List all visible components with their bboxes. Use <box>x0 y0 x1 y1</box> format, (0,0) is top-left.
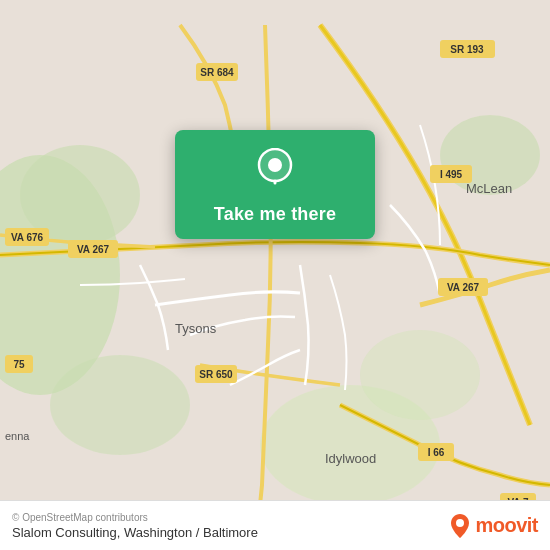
svg-text:I 495: I 495 <box>440 169 463 180</box>
svg-text:I 66: I 66 <box>428 447 445 458</box>
svg-point-33 <box>456 519 464 527</box>
svg-text:enna: enna <box>5 430 30 442</box>
moovit-logo-text: moovit <box>475 514 538 537</box>
bottom-bar: © OpenStreetMap contributors Slalom Cons… <box>0 500 550 550</box>
business-name: Slalom Consulting, Washington / Baltimor… <box>12 525 449 540</box>
svg-point-4 <box>50 355 190 455</box>
svg-text:SR 650: SR 650 <box>199 369 233 380</box>
map-attribution: © OpenStreetMap contributors <box>12 512 449 523</box>
svg-text:SR 684: SR 684 <box>200 67 234 78</box>
take-me-there-button[interactable]: Take me there <box>214 204 336 225</box>
moovit-logo: moovit <box>449 512 538 540</box>
svg-text:VA 267: VA 267 <box>77 244 110 255</box>
map-container: SR 193 I 495 SR 684 VA 676 VA 267 VA 267… <box>0 0 550 550</box>
svg-text:SR 193: SR 193 <box>450 44 484 55</box>
moovit-pin-icon <box>449 512 471 540</box>
location-card: Take me there <box>175 130 375 239</box>
location-pin-icon <box>253 148 297 192</box>
svg-text:McLean: McLean <box>466 181 512 196</box>
svg-text:Tysons: Tysons <box>175 321 217 336</box>
svg-point-32 <box>268 158 282 172</box>
svg-text:VA 267: VA 267 <box>447 282 480 293</box>
svg-text:VA 676: VA 676 <box>11 232 44 243</box>
svg-point-6 <box>360 330 480 420</box>
svg-text:Idylwood: Idylwood <box>325 451 376 466</box>
svg-text:75: 75 <box>13 359 25 370</box>
